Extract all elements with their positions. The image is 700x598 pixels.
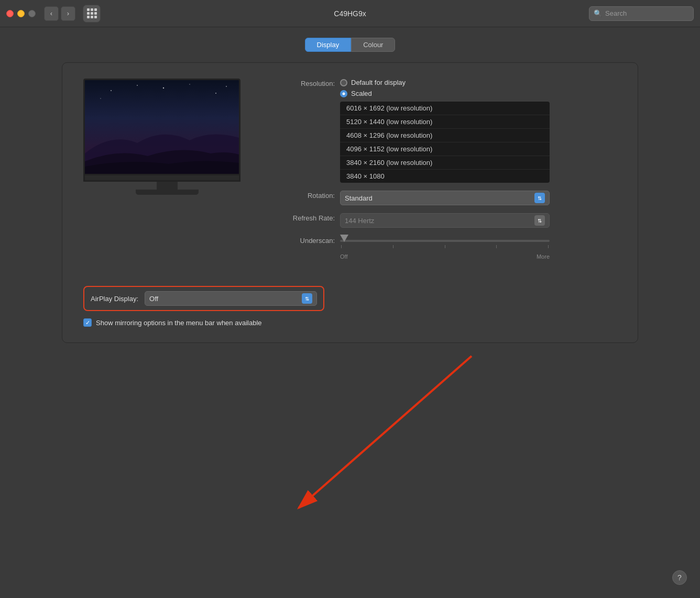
rotation-arrow-icon: ⇅ [534, 193, 545, 203]
refresh-rate-arrow-icon: ⇅ [534, 215, 545, 226]
slider-labels: Off More [340, 253, 550, 260]
monitor-bezel [83, 175, 240, 182]
underscan-slider-container: Off More [340, 236, 550, 260]
fullscreen-button[interactable] [28, 10, 36, 17]
radio-default[interactable]: Default for display [340, 79, 550, 86]
checkbox-row: ✓ Show mirroring options in the menu bar… [83, 318, 617, 327]
grid-icon [87, 8, 97, 18]
underscan-slider-thumb[interactable] [340, 235, 348, 242]
main-content: Display Colour [0, 27, 700, 353]
back-button[interactable]: ‹ [44, 6, 59, 21]
bottom-section: AirPlay Display: Off ⇅ ✓ Show mirroring … [83, 286, 617, 327]
res-item-3[interactable]: 4608 × 1296 (low resolution) [340, 129, 550, 142]
slider-label-off: Off [340, 253, 347, 260]
underscan-slider-track[interactable] [340, 240, 550, 242]
monitor [83, 79, 251, 194]
monitor-stand [136, 190, 199, 195]
svg-line-9 [299, 356, 472, 508]
rotation-dropdown[interactable]: Standard ⇅ [340, 191, 550, 205]
radio-scaled-btn[interactable] [340, 90, 347, 97]
minimize-button[interactable] [17, 10, 25, 17]
monitor-screen [83, 79, 240, 175]
titlebar: ‹ › C49HG9x 🔍 Search [0, 0, 700, 27]
airplay-dropdown[interactable]: Off ⇅ [145, 291, 317, 306]
res-item-2[interactable]: 5120 × 1440 (low resolution) [340, 115, 550, 129]
svg-point-3 [163, 87, 164, 88]
refresh-rate-value: 144 Hertz [345, 217, 374, 225]
airplay-arrow-icon: ⇅ [302, 293, 312, 304]
monitor-neck [157, 182, 178, 190]
rotation-value: Standard [345, 194, 373, 202]
monitor-preview [83, 79, 251, 194]
settings-right: Resolution: Default for display Scaled [277, 79, 617, 260]
res-item-5[interactable]: 3840 × 2160 (low resolution) [340, 156, 550, 170]
help-button[interactable]: ? [672, 570, 687, 585]
tabs-container: Display Colour [305, 38, 396, 52]
res-item-1[interactable]: 6016 × 1692 (low resolution) [340, 102, 550, 115]
airplay-value: Off [149, 295, 158, 303]
radio-scaled[interactable]: Scaled [340, 90, 550, 97]
svg-point-5 [215, 93, 216, 94]
panel-top: Resolution: Default for display Scaled [83, 79, 617, 260]
airplay-label: AirPlay Display: [91, 295, 138, 303]
slider-label-more: More [537, 253, 550, 260]
svg-point-2 [137, 85, 138, 86]
tab-colour[interactable]: Colour [351, 38, 395, 52]
search-icon: 🔍 [594, 9, 602, 17]
refresh-rate-dropdown[interactable]: 144 Hertz ⇅ [340, 213, 550, 228]
search-bar[interactable]: 🔍 Search [589, 6, 694, 21]
resolution-controls: Default for display Scaled 6016 × 1692 (… [340, 79, 550, 183]
screen-content [85, 80, 239, 174]
resolution-row: Resolution: Default for display Scaled [277, 79, 617, 183]
window-title: C49HG9x [334, 9, 366, 18]
svg-point-7 [226, 86, 227, 87]
wallpaper-preview [85, 80, 239, 175]
traffic-lights [6, 10, 36, 17]
checkbox-label: Show mirroring options in the menu bar w… [96, 319, 262, 327]
forward-button[interactable]: › [61, 6, 75, 21]
radio-default-btn[interactable] [340, 79, 347, 86]
slider-track-container [340, 236, 550, 251]
refresh-rate-label: Refresh Rate: [277, 213, 335, 222]
tab-display[interactable]: Display [305, 38, 352, 52]
res-item-4[interactable]: 4096 × 1152 (low resolution) [340, 142, 550, 156]
rotation-label: Rotation: [277, 191, 335, 200]
underscan-row: Underscan: [277, 236, 617, 260]
airplay-row: AirPlay Display: Off ⇅ [83, 286, 324, 311]
resolution-list[interactable]: 6016 × 1692 (low resolution) 5120 × 1440… [340, 102, 550, 183]
nav-buttons: ‹ › [44, 6, 75, 21]
res-item-6[interactable]: 3840 × 1080 [340, 170, 550, 183]
search-input[interactable]: Search [605, 9, 627, 17]
refresh-rate-row: Refresh Rate: 144 Hertz ⇅ [277, 213, 617, 228]
svg-point-6 [100, 98, 101, 99]
grid-view-button[interactable] [83, 5, 101, 23]
resolution-label: Resolution: [277, 79, 335, 87]
mirroring-checkbox[interactable]: ✓ [83, 318, 92, 327]
settings-panel: Resolution: Default for display Scaled [62, 62, 638, 343]
svg-point-1 [111, 90, 112, 91]
close-button[interactable] [6, 10, 14, 17]
svg-point-4 [189, 84, 190, 85]
rotation-row: Rotation: Standard ⇅ [277, 191, 617, 205]
underscan-label: Underscan: [277, 236, 335, 245]
